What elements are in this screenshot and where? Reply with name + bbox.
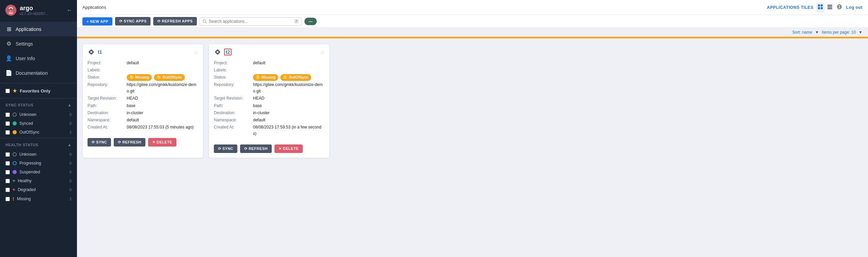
sidebar-item-applications[interactable]: ⊞ Applications [0,22,77,36]
sync-filter-outofsync[interactable]: OutOfSync 2 [0,128,77,137]
svg-rect-10 [827,5,832,6]
app-t1-labels-field: Labels: [88,67,198,73]
app-t2-sync-button[interactable]: ⟳ SYNC [214,144,237,153]
health-filter-degraded[interactable]: ♥ Degraded 0 [0,185,77,194]
logo-name: argo [20,5,48,12]
sidebar-header: argo argo v2.7.10+4692f57... ← [0,0,77,20]
health-filter-unknown[interactable]: Unknown 0 [0,150,77,159]
health-progressing-checkbox[interactable] [5,161,10,166]
sync-status-section: SYNC STATUS ▲ [0,100,77,110]
app-t2-missing-badge: 🟡 Missing [253,74,278,81]
sidebar-back-button[interactable]: ← [67,7,72,13]
refresh-apps-button[interactable]: ⟳ REFRESH APPS [153,17,196,25]
app-t1-namespace-field: Namespace: default [88,117,198,123]
app-t2-name[interactable]: t2 [224,49,232,55]
sidebar-divider-3 [0,138,77,138]
grid-view-button[interactable] [816,3,824,12]
app-t1-name[interactable]: t1 [98,49,102,55]
sort-label[interactable]: Sort: name [792,30,812,35]
applications-icon: ⊞ [5,26,12,32]
health-unknown-checkbox[interactable] [5,152,10,157]
health-suspended-label: Suspended [19,170,40,174]
namespace-filter[interactable]: — [304,18,317,25]
items-per-page-label[interactable]: Items per page: 10 [822,30,856,35]
new-app-button[interactable]: + NEW APP [82,17,112,25]
health-healthy-icon: ♥ [13,178,15,183]
sync-synced-count: 0 [69,121,72,125]
health-missing-icon: ! [13,196,14,202]
sync-synced-label: Synced [19,121,33,126]
sync-outofsync-count: 2 [69,130,72,134]
app-t1-namespace-value: default [127,117,139,123]
sync-apps-button[interactable]: ⟳ SYNC APPS [115,17,151,25]
app-t2-favorite-button[interactable]: ☆ [320,49,325,55]
sync-filter-unknown[interactable]: Unknown 0 [0,110,77,119]
globe-view-button[interactable] [835,3,843,12]
svg-point-21 [217,51,219,53]
sidebar-item-documentation[interactable]: 📄 Documentation [0,66,77,80]
list-view-button[interactable] [826,3,834,12]
app-t1-favorite-button[interactable]: ☆ [193,49,198,55]
health-degraded-checkbox[interactable] [5,188,10,192]
sync-filter-synced[interactable]: Synced 0 [0,119,77,128]
app-t2-created-field: Created At: 08/08/2023 17:59:53 (in a fe… [214,124,325,137]
sidebar-item-settings[interactable]: ⚙ Settings [0,36,77,51]
app-t1-revision-field: Target Revision: HEAD [88,95,198,102]
toolbar: + NEW APP ⟳ SYNC APPS ⟳ REFRESH APPS / — [77,15,868,28]
app-t1-destination-label: Destination: [88,110,127,116]
health-progressing-count: 0 [69,161,72,165]
health-status-collapse-button[interactable]: ▲ [67,142,72,147]
health-filter-suspended[interactable]: Suspended 0 [0,168,77,176]
app-t2-repo-label: Repository: [214,82,253,88]
search-input[interactable] [209,19,292,24]
app-t1-sync-button[interactable]: ⟳ SYNC [88,138,111,147]
favorites-only-label: Favorites Only [20,88,50,93]
app-t2-outofsync-badge: 🟡 OutOfSync [280,74,311,81]
app-t1-delete-button[interactable]: ✕ DELETE [148,138,176,147]
health-healthy-count: 0 [69,179,72,183]
app-t2-labels-field: Labels: [214,67,325,73]
app-t2-created-value: 08/08/2023 17:59:53 (in a few seconds) [253,124,325,137]
health-filter-healthy[interactable]: ♥ Healthy 0 [0,176,77,185]
app-t2-destination-value: in-cluster [253,110,270,116]
logout-button[interactable]: Log out [846,5,863,10]
docs-icon: 📄 [5,70,12,76]
logo-text-group: argo v2.7.10+4692f57... [20,5,48,16]
app-t2-status-label: Status: [214,74,253,81]
app-t2-status-field: Status: 🟡 Missing 🟡 OutOfSync [214,74,325,81]
favorites-checkbox[interactable] [5,89,10,93]
app-t2-namespace-field: Namespace: default [214,117,325,123]
health-suspended-checkbox[interactable] [5,170,10,174]
health-degraded-label: Degraded [18,187,36,192]
health-healthy-checkbox[interactable] [5,179,10,183]
sync-synced-checkbox[interactable] [5,121,10,126]
settings-icon: ⚙ [5,40,12,47]
app-t1-refresh-button[interactable]: ⟳ REFRESH [114,138,145,147]
app-t1-path-value: base [127,103,136,109]
health-filter-missing[interactable]: ! Missing 2 [0,194,77,204]
sync-unknown-label: Unknown [19,112,36,117]
app-t1-path-label: Path: [88,103,127,109]
app-card-t1: t1 ☆ Project: default Labels: Status: [82,44,203,158]
sync-outofsync-checkbox[interactable] [5,130,10,135]
svg-rect-7 [821,4,823,6]
app-t2-delete-button[interactable]: ✕ DELETE [274,144,303,153]
app-t2-refresh-button[interactable]: ⟳ REFRESH [240,144,272,153]
app-t2-namespace-value: default [253,117,265,123]
app-t1-revision-value: HEAD [127,95,138,102]
favorites-only-toggle[interactable]: ★ Favorites Only [0,85,77,97]
sync-unknown-checkbox[interactable] [5,113,10,117]
health-missing-checkbox[interactable] [5,197,10,201]
app-card-t1-footer: ⟳ SYNC ⟳ REFRESH ✕ DELETE [83,135,203,151]
app-t1-created-value: 08/08/2023 17:55:03 (5 minutes ago) [127,124,194,131]
sidebar-item-docs-label: Documentation [16,70,48,76]
health-filter-progressing[interactable]: Progressing 0 [0,159,77,168]
svg-rect-8 [818,7,820,9]
app-t1-destination-field: Destination: in-cluster [88,110,198,116]
sidebar-item-user-info[interactable]: 👤 User Info [0,51,77,66]
sync-status-collapse-button[interactable]: ▲ [67,103,72,107]
health-suspended-icon [13,170,17,174]
list-icon [827,4,833,10]
sync-unknown-icon [13,113,17,117]
app-t1-project-label: Project: [88,60,127,66]
